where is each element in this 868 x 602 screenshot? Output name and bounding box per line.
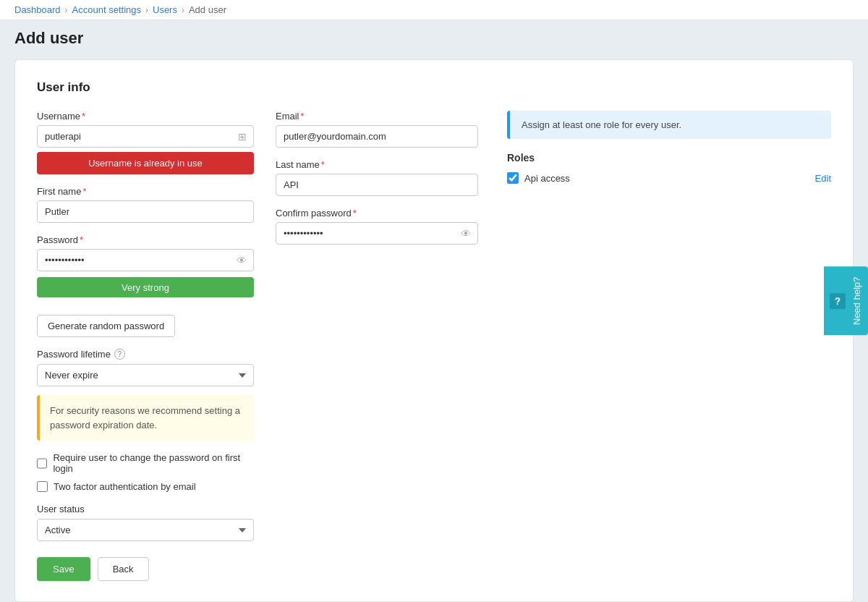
breadcrumb-users[interactable]: Users [153, 4, 177, 15]
top-bar: Dashboard › Account settings › Users › A… [0, 0, 868, 20]
user-status-select[interactable]: Active Inactive [37, 519, 254, 541]
breadcrumb-sep-1: › [65, 5, 68, 15]
confirm-password-required: * [353, 208, 357, 219]
confirm-password-toggle-icon[interactable]: 👁 [461, 228, 471, 239]
first-name-label: First name* [37, 186, 254, 197]
two-factor-auth-label: Two factor authentication by email [54, 481, 196, 492]
last-name-required: * [321, 159, 325, 170]
two-factor-auth-checkbox[interactable] [37, 481, 48, 492]
breadcrumb-current: Add user [189, 4, 226, 15]
confirm-password-group: Confirm password* 👁 [276, 208, 478, 245]
email-group: Email* [276, 111, 478, 148]
breadcrumb-account-settings[interactable]: Account settings [72, 4, 141, 15]
breadcrumb-sep-2: › [145, 5, 148, 15]
generate-password-button[interactable]: Generate random password [37, 315, 175, 337]
roles-section: Assign at least one role for every user.… [500, 111, 831, 581]
need-help-widget[interactable]: ? Need help? [824, 267, 868, 336]
password-lifetime-help-icon[interactable]: ? [114, 349, 125, 360]
email-label: Email* [276, 111, 478, 122]
password-input-wrapper: 👁 [37, 249, 254, 271]
password-lifetime-label: Password lifetime ? [37, 349, 254, 360]
username-required: * [82, 111, 85, 122]
role-edit-link[interactable]: Edit [815, 173, 831, 184]
username-group: Username* ⊞ Username is already in use [37, 111, 254, 174]
form-middle-column: Email* Last name* Confirm password* [276, 111, 478, 581]
username-error-message: Username is already in use [37, 152, 254, 174]
password-label: Password* [37, 234, 254, 245]
password-required: * [80, 234, 83, 245]
require-password-change-label: Require user to change the password on f… [53, 452, 254, 474]
form-actions: Save Back [37, 557, 254, 581]
form-left-column: Username* ⊞ Username is already in use F… [37, 111, 254, 581]
last-name-group: Last name* [276, 159, 478, 196]
breadcrumb: Dashboard › Account settings › Users › A… [14, 4, 854, 15]
save-button[interactable]: Save [37, 557, 90, 581]
breadcrumb-sep-3: › [182, 5, 184, 15]
page-title: Add user [14, 29, 854, 48]
username-input-wrapper: ⊞ [37, 125, 254, 148]
password-input[interactable] [37, 249, 254, 271]
password-group: Password* 👁 Very strong [37, 234, 254, 297]
password-lifetime-select[interactable]: Never expire 30 days 60 days 90 days [37, 364, 254, 386]
user-info-card: User info Username* ⊞ Username is alread… [14, 59, 854, 602]
username-input[interactable] [37, 125, 254, 148]
email-required: * [301, 111, 305, 122]
role-left: Api access [507, 172, 570, 184]
username-card-icon: ⊞ [238, 131, 247, 143]
require-password-change-checkbox[interactable] [37, 458, 47, 469]
card-title: User info [37, 80, 831, 95]
role-info-box: Assign at least one role for every user. [507, 111, 831, 139]
page-header: Add user [0, 20, 868, 59]
last-name-input[interactable] [276, 174, 478, 196]
roles-title: Roles [507, 152, 831, 164]
api-access-checkbox[interactable] [507, 172, 519, 184]
last-name-label: Last name* [276, 159, 478, 170]
checkbox-group-2: Two factor authentication by email [37, 481, 254, 492]
role-row-api-access: Api access Edit [507, 172, 831, 184]
security-warning-box: For security reasons we recommend settin… [37, 395, 254, 441]
main-content: User info Username* ⊞ Username is alread… [0, 59, 868, 602]
back-button[interactable]: Back [98, 557, 149, 581]
password-strength-bar: Very strong [37, 277, 254, 297]
checkboxes-section: Require user to change the password on f… [37, 452, 254, 492]
confirm-password-input-wrapper: 👁 [276, 222, 478, 245]
password-toggle-icon[interactable]: 👁 [237, 255, 247, 266]
need-help-label: Need help? [851, 277, 862, 326]
user-status-label: User status [37, 504, 254, 514]
checkbox-group-1: Require user to change the password on f… [37, 452, 254, 474]
first-name-group: First name* [37, 186, 254, 223]
api-access-label: Api access [524, 173, 570, 184]
username-label: Username* [37, 111, 254, 122]
form-layout: Username* ⊞ Username is already in use F… [37, 111, 831, 581]
confirm-password-label: Confirm password* [276, 208, 478, 219]
email-input[interactable] [276, 125, 478, 148]
breadcrumb-dashboard[interactable]: Dashboard [14, 4, 61, 15]
help-question-mark: ? [830, 293, 846, 309]
first-name-required: * [82, 186, 86, 197]
confirm-password-input[interactable] [276, 222, 478, 245]
first-name-input[interactable] [37, 200, 254, 223]
